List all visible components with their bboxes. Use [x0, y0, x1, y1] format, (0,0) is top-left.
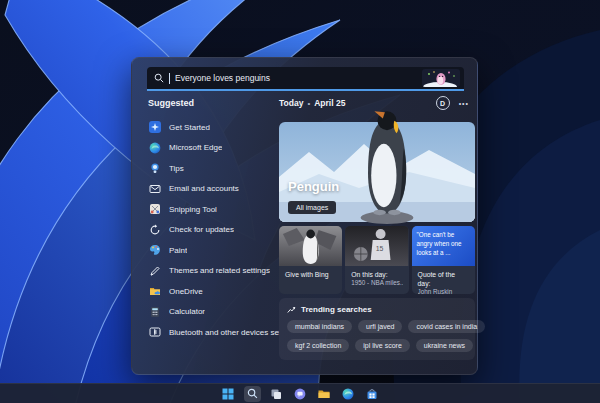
start-button[interactable]	[220, 386, 237, 402]
suggested-item-tips[interactable]: Tips	[148, 158, 279, 179]
trending-pill[interactable]: ukraine news	[416, 339, 473, 352]
microsoft-store-button[interactable]	[364, 386, 381, 402]
onedrive-icon	[148, 285, 161, 298]
trending-searches-section: Trending searches mumbai indians urfi ja…	[279, 298, 475, 360]
search-icon	[154, 73, 164, 83]
trending-pill[interactable]: kgf 2 collection	[287, 339, 349, 352]
updates-icon	[148, 223, 161, 236]
email-icon	[148, 182, 161, 195]
today-separator: •	[307, 99, 310, 108]
file-explorer-icon	[318, 388, 330, 400]
hero-title: Penguin	[288, 179, 339, 194]
get-started-icon	[148, 121, 161, 134]
card-give-with-bing[interactable]: Give with Bing	[279, 226, 342, 294]
edge-taskbar-button[interactable]	[340, 386, 357, 402]
penguin-easter-egg-illustration	[422, 69, 460, 87]
trending-pill[interactable]: ipl live score	[355, 339, 410, 352]
snipping-tool-icon	[148, 203, 161, 216]
tips-icon	[148, 162, 161, 175]
file-explorer-button[interactable]	[316, 386, 333, 402]
task-view-icon	[270, 388, 282, 400]
search-query-text: Everyone loves penguins	[175, 73, 417, 83]
suggested-item-snipping-tool[interactable]: Snipping Tool	[148, 199, 279, 220]
trending-header: Trending searches	[301, 305, 372, 314]
penguin-hero-card[interactable]: Penguin All images	[279, 122, 475, 222]
card-on-this-day[interactable]: 15 On this day: 1950 - NBA miles...	[345, 226, 408, 294]
profile-avatar[interactable]: D	[436, 96, 450, 110]
card-caption: Give with Bing	[279, 266, 342, 283]
taskbar	[0, 383, 600, 403]
suggested-item-check-for-updates[interactable]: Check for updates	[148, 220, 279, 241]
edge-icon	[148, 141, 161, 154]
calculator-icon	[148, 305, 161, 318]
suggested-item-microsoft-edge[interactable]: Microsoft Edge	[148, 138, 279, 159]
quote-text: "One can't be angry when one looks at a …	[412, 226, 475, 266]
suggested-header: Suggested	[148, 98, 279, 108]
all-images-button[interactable]: All images	[288, 201, 336, 214]
suggested-item-get-started[interactable]: Get Started	[148, 117, 279, 138]
more-options-button[interactable]: •••	[459, 100, 469, 107]
on-this-day-image: 15	[345, 226, 408, 266]
card-caption: Quote of the day: John Ruskin	[412, 266, 475, 294]
suggested-item-calculator[interactable]: Calculator	[148, 302, 279, 323]
suggested-item-email-and-accounts[interactable]: Email and accounts	[148, 179, 279, 200]
penguin-image	[355, 108, 419, 224]
text-caret	[169, 73, 170, 84]
task-view-button[interactable]	[268, 386, 285, 402]
suggested-item-paint[interactable]: Paint	[148, 240, 279, 261]
suggested-item-bluetooth-devices[interactable]: Bluetooth and other devices sett...	[148, 322, 279, 343]
search-taskbar-button[interactable]	[244, 386, 261, 402]
card-quote-of-the-day[interactable]: "One can't be angry when one looks at a …	[412, 226, 475, 294]
store-icon	[366, 388, 378, 400]
search-icon	[247, 388, 258, 399]
card-caption: On this day: 1950 - NBA miles...	[345, 266, 408, 292]
paint-icon	[148, 244, 161, 257]
search-flyout: Everyone loves penguins Suggested	[131, 57, 478, 375]
suggested-list: Suggested Get Started Microsoft Edge	[132, 91, 279, 374]
svg-text:15: 15	[376, 245, 384, 252]
trending-pill[interactable]: urfi javed	[358, 320, 402, 333]
trending-pill[interactable]: covid cases in india	[408, 320, 485, 333]
info-cards-row: Give with Bing 15	[279, 226, 475, 294]
today-date: April 25	[314, 98, 345, 108]
windows-logo-icon	[222, 388, 234, 400]
bluetooth-icon	[148, 326, 161, 339]
today-content: Today • April 25 D •••	[279, 91, 475, 374]
search-input[interactable]: Everyone loves penguins	[147, 67, 464, 91]
chat-icon	[294, 388, 306, 400]
today-label: Today	[279, 98, 303, 108]
give-with-bing-image	[279, 226, 342, 266]
edge-icon	[342, 388, 354, 400]
trending-up-icon	[287, 305, 296, 314]
trending-pill[interactable]: mumbai indians	[287, 320, 352, 333]
chat-button[interactable]	[292, 386, 309, 402]
suggested-item-themes-settings[interactable]: Themes and related settings	[148, 261, 279, 282]
flyout-body: Suggested Get Started Microsoft Edge	[132, 91, 477, 374]
suggested-item-onedrive[interactable]: OneDrive	[148, 281, 279, 302]
themes-icon	[148, 264, 161, 277]
